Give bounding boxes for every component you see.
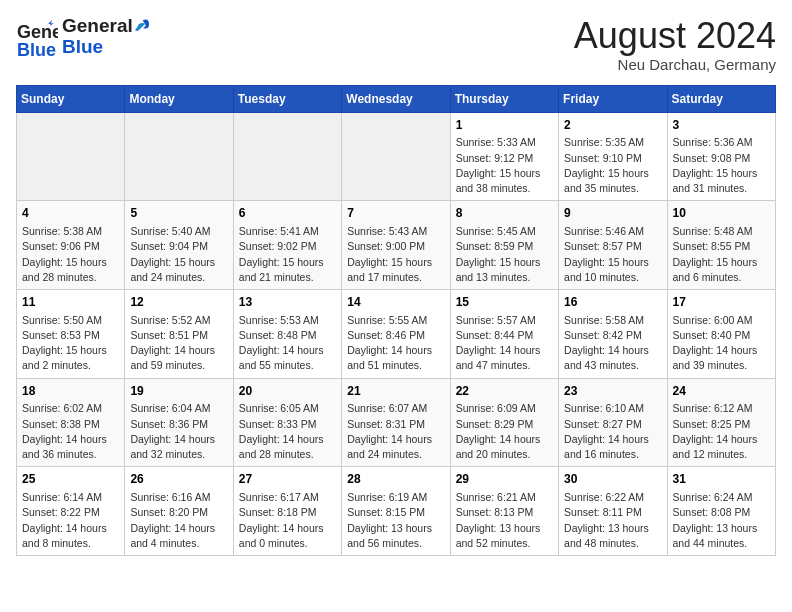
calendar-cell: 10Sunrise: 5:48 AM Sunset: 8:55 PM Dayli… (667, 201, 775, 290)
page-header: General Blue General Blue August 2024 Ne… (16, 16, 776, 73)
day-number: 25 (22, 471, 119, 488)
calendar-cell: 3Sunrise: 5:36 AM Sunset: 9:08 PM Daylig… (667, 112, 775, 201)
day-number: 5 (130, 205, 227, 222)
calendar-cell: 27Sunrise: 6:17 AM Sunset: 8:18 PM Dayli… (233, 467, 341, 556)
logo-blue: Blue (62, 37, 133, 58)
day-number: 2 (564, 117, 661, 134)
day-number: 4 (22, 205, 119, 222)
day-number: 27 (239, 471, 336, 488)
day-number: 26 (130, 471, 227, 488)
day-number: 14 (347, 294, 444, 311)
calendar-cell: 5Sunrise: 5:40 AM Sunset: 9:04 PM Daylig… (125, 201, 233, 290)
weekday-header-wednesday: Wednesday (342, 85, 450, 112)
day-info: Sunrise: 5:53 AM Sunset: 8:48 PM Dayligh… (239, 313, 336, 374)
calendar-cell: 20Sunrise: 6:05 AM Sunset: 8:33 PM Dayli… (233, 378, 341, 467)
weekday-header-saturday: Saturday (667, 85, 775, 112)
day-info: Sunrise: 5:58 AM Sunset: 8:42 PM Dayligh… (564, 313, 661, 374)
day-number: 21 (347, 383, 444, 400)
day-number: 23 (564, 383, 661, 400)
day-info: Sunrise: 5:40 AM Sunset: 9:04 PM Dayligh… (130, 224, 227, 285)
bird-icon (129, 16, 151, 38)
day-info: Sunrise: 5:36 AM Sunset: 9:08 PM Dayligh… (673, 135, 770, 196)
day-info: Sunrise: 6:17 AM Sunset: 8:18 PM Dayligh… (239, 490, 336, 551)
page-subtitle: Neu Darchau, Germany (574, 56, 776, 73)
day-number: 17 (673, 294, 770, 311)
day-number: 18 (22, 383, 119, 400)
weekday-header-tuesday: Tuesday (233, 85, 341, 112)
day-info: Sunrise: 5:52 AM Sunset: 8:51 PM Dayligh… (130, 313, 227, 374)
day-info: Sunrise: 6:05 AM Sunset: 8:33 PM Dayligh… (239, 401, 336, 462)
calendar-cell: 30Sunrise: 6:22 AM Sunset: 8:11 PM Dayli… (559, 467, 667, 556)
day-number: 29 (456, 471, 553, 488)
calendar-cell: 14Sunrise: 5:55 AM Sunset: 8:46 PM Dayli… (342, 289, 450, 378)
day-info: Sunrise: 5:46 AM Sunset: 8:57 PM Dayligh… (564, 224, 661, 285)
day-info: Sunrise: 6:24 AM Sunset: 8:08 PM Dayligh… (673, 490, 770, 551)
calendar-cell: 22Sunrise: 6:09 AM Sunset: 8:29 PM Dayli… (450, 378, 558, 467)
logo-icon: General Blue (16, 16, 58, 58)
day-number: 1 (456, 117, 553, 134)
day-info: Sunrise: 5:33 AM Sunset: 9:12 PM Dayligh… (456, 135, 553, 196)
day-info: Sunrise: 6:02 AM Sunset: 8:38 PM Dayligh… (22, 401, 119, 462)
calendar-cell: 25Sunrise: 6:14 AM Sunset: 8:22 PM Dayli… (17, 467, 125, 556)
day-number: 28 (347, 471, 444, 488)
day-info: Sunrise: 5:48 AM Sunset: 8:55 PM Dayligh… (673, 224, 770, 285)
day-number: 6 (239, 205, 336, 222)
day-info: Sunrise: 6:10 AM Sunset: 8:27 PM Dayligh… (564, 401, 661, 462)
day-number: 11 (22, 294, 119, 311)
day-number: 3 (673, 117, 770, 134)
svg-text:General: General (17, 22, 58, 42)
calendar-cell: 12Sunrise: 5:52 AM Sunset: 8:51 PM Dayli… (125, 289, 233, 378)
day-number: 30 (564, 471, 661, 488)
day-info: Sunrise: 5:41 AM Sunset: 9:02 PM Dayligh… (239, 224, 336, 285)
day-number: 19 (130, 383, 227, 400)
calendar-cell: 28Sunrise: 6:19 AM Sunset: 8:15 PM Dayli… (342, 467, 450, 556)
day-info: Sunrise: 6:07 AM Sunset: 8:31 PM Dayligh… (347, 401, 444, 462)
day-info: Sunrise: 5:50 AM Sunset: 8:53 PM Dayligh… (22, 313, 119, 374)
calendar-cell (125, 112, 233, 201)
calendar-cell: 1Sunrise: 5:33 AM Sunset: 9:12 PM Daylig… (450, 112, 558, 201)
day-info: Sunrise: 6:16 AM Sunset: 8:20 PM Dayligh… (130, 490, 227, 551)
weekday-header-monday: Monday (125, 85, 233, 112)
calendar-cell: 24Sunrise: 6:12 AM Sunset: 8:25 PM Dayli… (667, 378, 775, 467)
calendar-cell: 17Sunrise: 6:00 AM Sunset: 8:40 PM Dayli… (667, 289, 775, 378)
day-number: 8 (456, 205, 553, 222)
calendar-cell: 4Sunrise: 5:38 AM Sunset: 9:06 PM Daylig… (17, 201, 125, 290)
calendar-cell: 13Sunrise: 5:53 AM Sunset: 8:48 PM Dayli… (233, 289, 341, 378)
day-number: 13 (239, 294, 336, 311)
day-info: Sunrise: 6:14 AM Sunset: 8:22 PM Dayligh… (22, 490, 119, 551)
weekday-header-sunday: Sunday (17, 85, 125, 112)
calendar-cell: 2Sunrise: 5:35 AM Sunset: 9:10 PM Daylig… (559, 112, 667, 201)
calendar-cell: 31Sunrise: 6:24 AM Sunset: 8:08 PM Dayli… (667, 467, 775, 556)
day-info: Sunrise: 6:19 AM Sunset: 8:15 PM Dayligh… (347, 490, 444, 551)
day-info: Sunrise: 6:04 AM Sunset: 8:36 PM Dayligh… (130, 401, 227, 462)
calendar-cell: 29Sunrise: 6:21 AM Sunset: 8:13 PM Dayli… (450, 467, 558, 556)
day-number: 20 (239, 383, 336, 400)
day-number: 10 (673, 205, 770, 222)
calendar-cell: 18Sunrise: 6:02 AM Sunset: 8:38 PM Dayli… (17, 378, 125, 467)
calendar-cell: 11Sunrise: 5:50 AM Sunset: 8:53 PM Dayli… (17, 289, 125, 378)
calendar-table: SundayMondayTuesdayWednesdayThursdayFrid… (16, 85, 776, 556)
day-info: Sunrise: 6:21 AM Sunset: 8:13 PM Dayligh… (456, 490, 553, 551)
calendar-cell (342, 112, 450, 201)
calendar-cell (233, 112, 341, 201)
calendar-cell: 23Sunrise: 6:10 AM Sunset: 8:27 PM Dayli… (559, 378, 667, 467)
weekday-header-friday: Friday (559, 85, 667, 112)
day-number: 12 (130, 294, 227, 311)
day-info: Sunrise: 5:45 AM Sunset: 8:59 PM Dayligh… (456, 224, 553, 285)
day-info: Sunrise: 5:38 AM Sunset: 9:06 PM Dayligh… (22, 224, 119, 285)
day-number: 16 (564, 294, 661, 311)
day-info: Sunrise: 6:12 AM Sunset: 8:25 PM Dayligh… (673, 401, 770, 462)
logo-general: General (62, 16, 133, 37)
day-info: Sunrise: 5:55 AM Sunset: 8:46 PM Dayligh… (347, 313, 444, 374)
day-info: Sunrise: 6:09 AM Sunset: 8:29 PM Dayligh… (456, 401, 553, 462)
day-info: Sunrise: 5:43 AM Sunset: 9:00 PM Dayligh… (347, 224, 444, 285)
title-area: August 2024 Neu Darchau, Germany (574, 16, 776, 73)
svg-text:Blue: Blue (17, 40, 56, 58)
logo: General Blue General Blue (16, 16, 151, 58)
calendar-cell: 26Sunrise: 6:16 AM Sunset: 8:20 PM Dayli… (125, 467, 233, 556)
day-number: 31 (673, 471, 770, 488)
day-info: Sunrise: 5:57 AM Sunset: 8:44 PM Dayligh… (456, 313, 553, 374)
page-title: August 2024 (574, 16, 776, 56)
day-number: 7 (347, 205, 444, 222)
calendar-cell: 9Sunrise: 5:46 AM Sunset: 8:57 PM Daylig… (559, 201, 667, 290)
